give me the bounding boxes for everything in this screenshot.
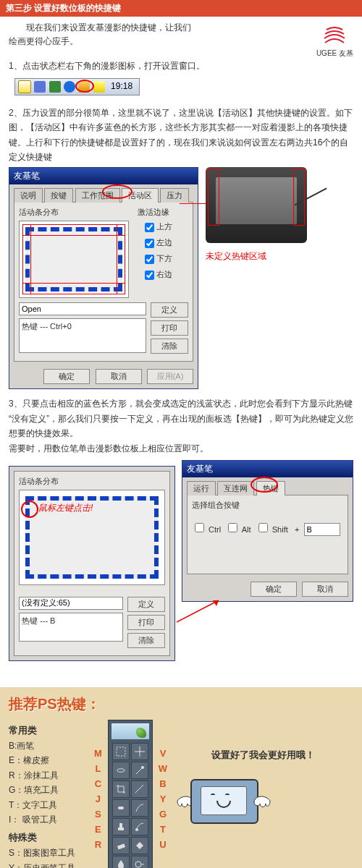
tab-pressure[interactable]: 压力	[160, 188, 189, 203]
svg-line-0	[177, 600, 219, 622]
cb-top-label: 上方	[156, 223, 172, 231]
tray-app-icon[interactable]	[34, 81, 46, 93]
ok-button[interactable]: 确定	[43, 369, 90, 384]
active-area-preview[interactable]	[19, 221, 129, 298]
ugee-logo-icon	[322, 27, 347, 47]
tool-move-icon[interactable]	[131, 743, 148, 760]
manying-icon[interactable]	[78, 81, 90, 93]
tab-internet[interactable]: 互连网	[217, 481, 254, 495]
intro-line1: 现在我们来设置友基漫影的快捷键，让我们	[9, 21, 353, 35]
key-select[interactable]	[304, 523, 340, 536]
list-item: T：文字工具	[9, 798, 88, 812]
qq-icon[interactable]	[18, 80, 31, 93]
red-rect-bottom	[22, 283, 125, 294]
print-button[interactable]: 打印	[151, 320, 188, 336]
brand-name: UGEE 友基	[316, 49, 353, 57]
list-item: L	[94, 761, 102, 776]
define-button2[interactable]: 定义	[127, 597, 165, 612]
tool-dodge-icon[interactable]	[131, 856, 148, 868]
combo-group-title: 选择组合按键	[192, 500, 343, 511]
tool-bucket-icon[interactable]	[131, 837, 148, 854]
right-letters: V W B Y G T U	[159, 746, 167, 852]
cb-bottom[interactable]	[145, 255, 154, 264]
step-title: 第三步 设置好数位板的快捷键	[6, 3, 121, 13]
tool-stamp-icon[interactable]	[112, 818, 130, 835]
group-right-title: 激活边缘	[138, 207, 188, 218]
list-item: B:画笔	[9, 739, 88, 753]
cb-left-label: 左边	[156, 239, 172, 247]
mascot-tablet	[180, 769, 267, 827]
cb-right-row[interactable]: 右边	[142, 268, 188, 282]
svg-rect-4	[118, 807, 124, 809]
list-item: S：图案图章工具	[9, 846, 88, 860]
point1-text: 1、点击状态栏右下角的漫影图标，打开设置窗口。	[9, 59, 353, 73]
tab-desc[interactable]: 说明	[14, 188, 43, 203]
nodef-input[interactable]	[19, 597, 123, 610]
settings-dialog-lower: 活动条分布 鼠标左键点击! 热键 --- B 定义 打印	[9, 466, 175, 661]
hk-cancel-button[interactable]: 取消	[302, 582, 348, 597]
list-item: W	[159, 761, 167, 776]
active-area-preview2[interactable]: 鼠标左键点击!	[19, 490, 165, 585]
list-item: M	[94, 746, 102, 761]
red-rect-top	[22, 224, 125, 236]
cb-alt[interactable]	[228, 523, 237, 532]
photo-red-left	[208, 169, 219, 226]
clear-button2[interactable]: 清除	[127, 633, 165, 648]
list-item: U	[159, 837, 167, 852]
tray-clock: 19:18	[108, 81, 135, 93]
list-item: R：涂抹工具	[9, 768, 88, 783]
hotkey-box2: 热键 --- B	[19, 613, 123, 642]
cb-left-row[interactable]: 左边	[142, 237, 188, 250]
group-left-title2: 活动条分布	[19, 476, 165, 487]
cancel-button[interactable]: 取消	[96, 369, 142, 384]
group-left-title: 活动条分布	[19, 207, 132, 218]
tool-lasso-icon[interactable]	[112, 762, 130, 779]
tool-history-icon[interactable]	[131, 818, 148, 835]
tab-keys[interactable]: 按键	[44, 188, 73, 203]
hotkey-list: 常用类 B:画笔 E：橡皮擦 R：涂抹工具 G：填充工具 T：文字工具 I： 吸…	[9, 720, 88, 868]
tool-eraser-icon[interactable]	[112, 837, 130, 854]
tab-run[interactable]: 运行	[187, 481, 216, 495]
print-button2[interactable]: 打印	[127, 615, 165, 630]
tool-heal-icon[interactable]	[112, 799, 130, 817]
hk-ok-button[interactable]: 确定	[251, 582, 297, 597]
list-item: Y：历史画笔工具	[9, 861, 88, 868]
apply-button[interactable]: 应用(A)	[147, 369, 193, 384]
tray-misc-icon[interactable]	[93, 81, 105, 93]
list-item: G：填充工具	[9, 783, 88, 797]
lbl-alt: Alt	[242, 525, 251, 534]
hotkey-dialog-title: 友基笔	[187, 464, 213, 474]
settings-dialog: 友基笔 说明 按键 工作范围 活动区 压力 活动条分布	[9, 167, 198, 389]
tablet-screen	[216, 177, 297, 224]
tool-brush-icon[interactable]	[131, 799, 148, 817]
tool-wand-icon[interactable]	[131, 762, 148, 779]
tool-blur-icon[interactable]	[112, 856, 130, 868]
cb-ctrl[interactable]	[195, 523, 204, 532]
list-item: B	[159, 776, 167, 791]
click-callout: 鼠标左键点击!	[38, 502, 93, 514]
cb-bottom-row[interactable]: 下方	[142, 252, 188, 266]
list-item: G	[159, 807, 167, 822]
tool-crop-icon[interactable]	[112, 780, 130, 798]
define-button[interactable]: 定义	[151, 302, 188, 318]
tray-app2-icon[interactable]	[49, 81, 61, 93]
cb-shift[interactable]	[258, 523, 268, 532]
cb-top-row[interactable]: 上方	[142, 221, 188, 234]
bluetooth-icon[interactable]	[64, 81, 75, 93]
list-item: J	[94, 791, 102, 807]
intro-block: 现在我们来设置友基漫影的快捷键，让我们 绘画更得心应手。	[9, 21, 353, 48]
clear-button[interactable]: 清除	[151, 339, 188, 354]
cb-top[interactable]	[145, 223, 154, 232]
cb-left[interactable]	[145, 239, 154, 248]
tool-slice-icon[interactable]	[131, 780, 148, 798]
cb-right[interactable]	[145, 271, 154, 280]
svg-rect-8	[117, 843, 125, 849]
tool-marquee-icon[interactable]	[112, 743, 130, 760]
cb-right-label: 右边	[156, 271, 172, 279]
svg-point-7	[135, 828, 138, 831]
special-head: 特殊类	[9, 830, 88, 846]
open-input[interactable]	[19, 302, 146, 315]
dialog-titlebar: 友基笔	[9, 168, 198, 184]
mascot-block: 设置好了我会更好用哦！	[173, 720, 353, 827]
svg-rect-6	[119, 823, 122, 827]
